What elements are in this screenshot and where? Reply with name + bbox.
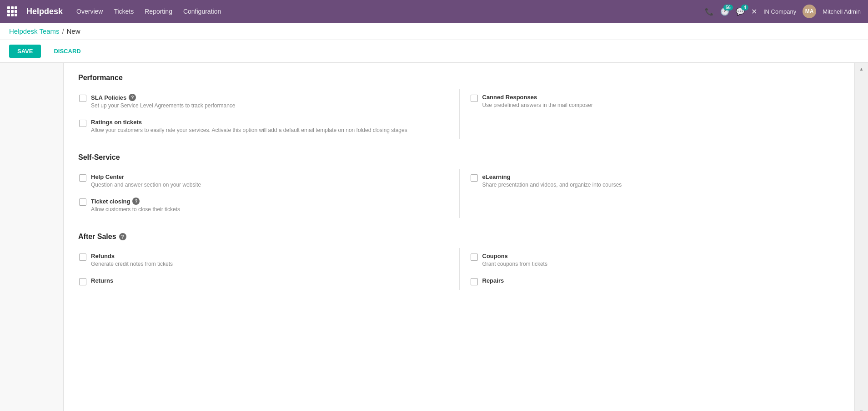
nav-reporting[interactable]: Reporting [145, 8, 172, 15]
ticket-closing-text: Ticket closing ? Allow customers to clos… [91, 198, 452, 213]
discard-button[interactable]: DISCARD [45, 45, 89, 58]
user-name: Mitchell Admin [823, 8, 861, 15]
nav-configuration[interactable]: Configuration [183, 8, 221, 15]
left-sidebar [0, 63, 64, 411]
breadcrumb-separator: / [62, 28, 64, 35]
sla-policies-checkbox[interactable] [79, 95, 86, 102]
coupons-checkbox[interactable] [471, 254, 478, 261]
elearning-option: eLearning Share presentation and videos,… [459, 169, 840, 193]
form-area: Performance SLA Policies ? Set up your S… [64, 63, 854, 411]
elearning-desc: Share presentation and videos, and organ… [482, 181, 833, 189]
app-logo: Helpdesk [26, 7, 63, 16]
ticket-closing-option: Ticket closing ? Allow customers to clos… [78, 193, 459, 218]
canned-responses-desc: Use predefined answers in the mail compo… [482, 101, 833, 109]
ratings-checkbox[interactable] [79, 120, 86, 127]
returns-option: Returns [78, 273, 459, 290]
ticket-closing-label: Ticket closing ? [91, 198, 452, 205]
sla-policies-desc: Set up your Service Level Agreements to … [91, 102, 452, 110]
scroll-up-icon[interactable]: ▲ [859, 66, 864, 72]
save-button[interactable]: SAVE [9, 45, 41, 58]
topnav-right-area: 📞 🕐 56 💬 4 ✕ IN Company MA Mitchell Admi… [705, 5, 861, 18]
ratings-desc: Allow your customers to easily rate your… [91, 127, 452, 134]
sla-policies-text: SLA Policies ? Set up your Service Level… [91, 94, 452, 110]
ratings-option: Ratings on tickets Allow your customers … [78, 114, 459, 139]
performance-options-grid: SLA Policies ? Set up your Service Level… [78, 89, 840, 139]
returns-label: Returns [91, 277, 452, 284]
coupons-option: Coupons Grant coupons from tickets [459, 248, 840, 273]
top-navigation: Helpdesk Overview Tickets Reporting Conf… [0, 0, 868, 23]
nav-overview[interactable]: Overview [76, 8, 103, 15]
ratings-text: Ratings on tickets Allow your customers … [91, 119, 452, 134]
refunds-text: Refunds Generate credit notes from ticke… [91, 253, 452, 268]
performance-right-empty [459, 114, 840, 139]
canned-responses-checkbox[interactable] [471, 95, 478, 102]
help-center-text: Help Center Question and answer section … [91, 173, 452, 189]
self-service-section: Self-Service Help Center Question and an… [78, 153, 840, 218]
ticket-closing-desc: Allow customers to close their tickets [91, 206, 452, 213]
clock-badge: 56 [723, 5, 733, 10]
breadcrumb-parent[interactable]: Helpdesk Teams [9, 27, 60, 35]
coupons-text: Coupons Grant coupons from tickets [482, 253, 833, 268]
after-sales-title: After Sales ? [78, 233, 840, 241]
coupons-label: Coupons [482, 253, 833, 259]
app-menu-icon[interactable] [7, 6, 17, 16]
refunds-option: Refunds Generate credit notes from ticke… [78, 248, 459, 273]
main-nav: Overview Tickets Reporting Configuration [76, 8, 221, 15]
main-content: Performance SLA Policies ? Set up your S… [0, 63, 868, 411]
canned-responses-option: Canned Responses Use predefined answers … [459, 89, 840, 114]
after-sales-options-grid: Refunds Generate credit notes from ticke… [78, 248, 840, 290]
self-service-options-grid: Help Center Question and answer section … [78, 169, 840, 218]
performance-section: Performance SLA Policies ? Set up your S… [78, 74, 840, 139]
company-name: IN Company [763, 8, 796, 15]
ticket-closing-checkbox[interactable] [79, 198, 86, 206]
ticket-closing-help-icon[interactable]: ? [132, 198, 140, 205]
sla-policies-option: SLA Policies ? Set up your Service Level… [78, 89, 459, 114]
phone-icon[interactable]: 📞 [705, 7, 714, 16]
elearning-checkbox[interactable] [471, 174, 478, 182]
repairs-checkbox[interactable] [471, 278, 478, 285]
breadcrumb: Helpdesk Teams / New [0, 23, 868, 40]
repairs-option: Repairs [459, 273, 840, 290]
breadcrumb-current: New [67, 27, 80, 35]
after-sales-section: After Sales ? Refunds Generate credit no… [78, 233, 840, 290]
help-center-desc: Question and answer section on your webs… [91, 181, 452, 189]
scroll-down-icon[interactable]: ▼ [859, 409, 864, 411]
canned-responses-label: Canned Responses [482, 94, 833, 101]
close-icon[interactable]: ✕ [751, 7, 757, 16]
self-service-title: Self-Service [78, 153, 840, 162]
sla-policies-label: SLA Policies ? [91, 94, 452, 101]
ratings-label: Ratings on tickets [91, 119, 452, 126]
refunds-checkbox[interactable] [79, 254, 86, 261]
right-sidebar: ▲ ▼ [854, 63, 868, 411]
help-center-label: Help Center [91, 173, 452, 180]
help-center-option: Help Center Question and answer section … [78, 169, 459, 193]
repairs-label: Repairs [482, 277, 833, 284]
user-avatar[interactable]: MA [803, 5, 816, 18]
after-sales-help-icon[interactable]: ? [119, 233, 126, 240]
refunds-label: Refunds [91, 253, 452, 259]
help-center-checkbox[interactable] [79, 174, 86, 182]
clock-icon[interactable]: 🕐 56 [720, 7, 729, 16]
elearning-label: eLearning [482, 173, 833, 180]
action-bar: SAVE DISCARD [0, 40, 868, 63]
coupons-desc: Grant coupons from tickets [482, 260, 833, 268]
sla-policies-help-icon[interactable]: ? [129, 94, 136, 101]
elearning-text: eLearning Share presentation and videos,… [482, 173, 833, 189]
returns-checkbox[interactable] [79, 278, 86, 285]
canned-responses-text: Canned Responses Use predefined answers … [482, 94, 833, 109]
nav-tickets[interactable]: Tickets [114, 8, 134, 15]
returns-text: Returns [91, 277, 452, 284]
repairs-text: Repairs [482, 277, 833, 284]
performance-title: Performance [78, 74, 840, 82]
self-service-right-empty [459, 193, 840, 218]
app-name: Helpdesk [26, 7, 63, 16]
refunds-desc: Generate credit notes from tickets [91, 260, 452, 268]
chat-icon[interactable]: 💬 4 [736, 7, 745, 16]
chat-badge: 4 [741, 5, 748, 10]
